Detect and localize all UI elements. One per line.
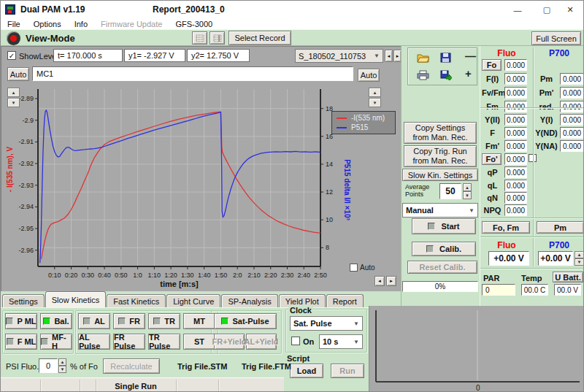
average-points-field[interactable]: 50 (439, 183, 461, 199)
select-record-button[interactable]: Select Record (228, 31, 291, 45)
p-ml-indicator (6, 318, 13, 325)
mf-h-button[interactable]: MF-H (40, 334, 72, 350)
p-ml-button[interactable]: P ML (5, 313, 37, 329)
script-load-button[interactable]: Load (290, 364, 323, 378)
tab-fast-kinetics[interactable]: Fast Kinetics (107, 294, 166, 307)
average-points-down-icon[interactable]: ▼ (463, 191, 472, 199)
minimize-icon[interactable]: — (507, 3, 528, 17)
print-icon[interactable] (417, 70, 429, 82)
menu-item-options[interactable]: Options (27, 20, 68, 28)
bal--button[interactable]: Bal. (40, 313, 72, 329)
section-divider (480, 218, 584, 218)
grid-view-alt-icon[interactable] (210, 31, 225, 45)
tr-pulse-button[interactable]: TR Pulse (148, 334, 180, 350)
menu-item-gfs-3000[interactable]: GFS-3000 (169, 20, 219, 28)
al-button[interactable]: AL (78, 313, 110, 329)
maximize-icon[interactable]: ▢ (537, 3, 557, 17)
svg-text:-2.93: -2.93 (18, 182, 34, 189)
measure-value-yii: 0.000 (504, 114, 527, 126)
measure-value-ynd: 0.000 (560, 127, 584, 139)
button-label: TR Pulse (149, 333, 180, 350)
menu-item-file[interactable]: File (1, 20, 27, 28)
start-label: Start (441, 222, 459, 231)
mt-button[interactable]: MT (183, 313, 215, 329)
expand-icon[interactable]: + (465, 67, 472, 80)
clock-interval-value: 10 s (323, 337, 338, 346)
save-icon[interactable] (440, 53, 451, 64)
left-axis-down-icon[interactable]: ▼ (7, 98, 20, 107)
status-divider (96, 380, 96, 392)
trigger-mode-select[interactable]: Manual ▼ (402, 203, 478, 218)
close-icon[interactable]: ✕ (560, 3, 580, 17)
fr-button[interactable]: FR (113, 313, 145, 329)
average-points-up-icon[interactable]: ▲ (463, 183, 472, 191)
psi-fluo-suffix: % of Fo (70, 362, 98, 371)
f-ml-button[interactable]: F ML (5, 334, 37, 350)
fluo-header: Fluo (480, 48, 533, 58)
tab-light-curve[interactable]: Light Curve (166, 294, 220, 307)
par-value: 0 (482, 284, 515, 296)
measure-label-fo[interactable]: Fo' (482, 153, 502, 165)
reset-calib-button[interactable]: Reset Calib. (407, 261, 477, 274)
right-axis-down-icon[interactable]: ▼ (369, 98, 381, 107)
svg-text:-2.95: -2.95 (18, 225, 34, 232)
tab-report[interactable]: Report (326, 294, 364, 307)
al-pulse-button[interactable]: AL Pulse (78, 334, 110, 350)
tr-button[interactable]: TR (148, 313, 180, 329)
copy-settings-button[interactable]: Copy Settings from Man. Rec. (404, 122, 477, 144)
x-auto-checkbox[interactable] (350, 264, 358, 272)
al-yield-button[interactable]: AL+Yield (246, 334, 277, 350)
svg-text:0:10: 0:10 (48, 272, 61, 279)
ubatt-button[interactable]: U Batt. (553, 272, 583, 283)
tab-sp-analysis[interactable]: SP-Analysis (221, 294, 277, 307)
tab-slow-kinetics[interactable]: Slow Kinetics (45, 291, 106, 307)
open-folder-icon[interactable] (417, 53, 429, 64)
script-run-button[interactable]: Run (331, 364, 364, 378)
section-divider (480, 268, 584, 269)
measure-value-qp: 0.000 (504, 166, 527, 178)
full-screen-button[interactable]: Full Screen (531, 31, 581, 45)
clock-mode-select[interactable]: Sat. Pulse ▼ (290, 316, 363, 331)
fo-fm-button[interactable]: Fo, Fm (482, 221, 530, 234)
fr-yield-button[interactable]: FR+Yield (214, 334, 245, 350)
svg-text:-2.91: -2.91 (18, 138, 34, 145)
svg-text:14: 14 (326, 161, 333, 168)
svg-text:time [m:s]: time [m:s] (160, 280, 199, 288)
menu-item-firmware-update[interactable]: Firmware Update (94, 20, 169, 28)
clock-interval-select[interactable]: 10 s ▼ (319, 334, 363, 349)
svg-text:P515 delta I/I ×10³: P515 delta I/I ×10³ (343, 159, 351, 220)
clock-on-checkbox[interactable] (291, 337, 300, 345)
record-icon[interactable] (7, 31, 20, 45)
button-label: TR (164, 317, 175, 326)
start-button[interactable]: Start (412, 218, 476, 234)
collapse-icon[interactable]: — (465, 50, 476, 62)
offset-up-icon[interactable]: ▲ (575, 251, 584, 258)
fr-pulse-button[interactable]: FR Pulse (113, 334, 145, 350)
grid-view-icon[interactable] (192, 31, 207, 45)
copy-trig-run-button[interactable]: Copy Trig. Run from Man. Rec. (404, 145, 477, 167)
sat-pulse-button[interactable]: Sat-Pulse (214, 313, 277, 329)
copy-trig-line1: Copy Trig. Run (413, 147, 466, 156)
slow-kin-settings-button[interactable]: Slow Kin. Settings (402, 169, 478, 181)
menu-item-info[interactable]: Info (68, 20, 94, 28)
tab-settings[interactable]: Settings (2, 294, 45, 307)
psi-fluo-down-icon[interactable]: ▼ (58, 366, 66, 373)
offset-down-icon[interactable]: ▼ (575, 258, 584, 266)
x-scroll-left-button[interactable]: ◄ (374, 276, 385, 286)
acquisition-panel: — + Copy Settings from Man. Rec. Copy Tr… (401, 46, 480, 307)
psi-fluo-up-icon[interactable]: ▲ (58, 358, 66, 366)
right-axis-up-icon[interactable]: ▲ (369, 88, 381, 97)
x-scroll-right-button[interactable]: ► (386, 276, 396, 286)
psi-fluo-field[interactable]: 0 (39, 358, 58, 373)
recalculate-button[interactable]: Recalculate (103, 358, 160, 374)
pm-button[interactable]: Pm (537, 221, 584, 234)
column-divider (533, 47, 534, 266)
svg-text:1:40: 1:40 (198, 272, 211, 279)
export-icon[interactable] (440, 70, 452, 82)
status-divider (176, 380, 177, 392)
tr-indicator (153, 318, 161, 325)
calib-button[interactable]: Calib. (412, 242, 476, 256)
left-axis-up-icon[interactable]: ▲ (7, 88, 20, 97)
st-button[interactable]: ST (183, 334, 215, 350)
measure-label-fo[interactable]: Fo (482, 59, 502, 71)
